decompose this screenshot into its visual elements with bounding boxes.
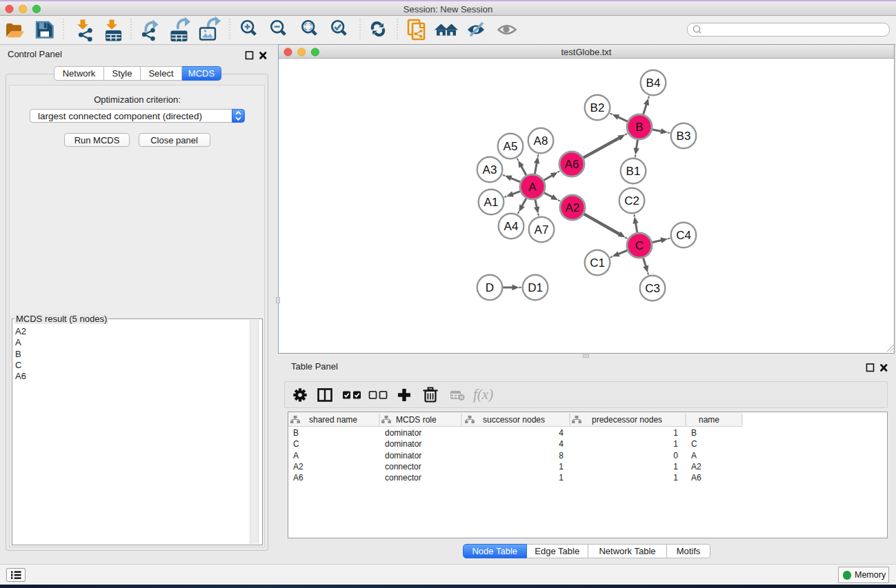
svg-text:C3: C3 [645, 282, 660, 295]
svg-text:B: B [635, 121, 643, 134]
svg-text:B1: B1 [626, 165, 641, 178]
svg-text:A5: A5 [504, 140, 518, 153]
svg-text:C: C [635, 239, 644, 252]
svg-text:A8: A8 [534, 134, 548, 148]
svg-text:B4: B4 [646, 77, 661, 90]
svg-text:C2: C2 [624, 194, 639, 207]
svg-text:C1: C1 [590, 256, 605, 270]
svg-text:B3: B3 [677, 130, 691, 143]
svg-text:A4: A4 [504, 220, 519, 233]
svg-text:C4: C4 [676, 229, 691, 242]
svg-text:D: D [486, 281, 494, 294]
svg-text:D1: D1 [528, 281, 543, 294]
svg-text:A6: A6 [565, 158, 579, 171]
svg-text:A7: A7 [535, 223, 549, 236]
svg-text:A: A [528, 181, 537, 194]
svg-text:B2: B2 [590, 101, 605, 114]
svg-text:A3: A3 [483, 163, 497, 176]
svg-text:A2: A2 [566, 201, 580, 214]
svg-text:A1: A1 [484, 196, 499, 209]
